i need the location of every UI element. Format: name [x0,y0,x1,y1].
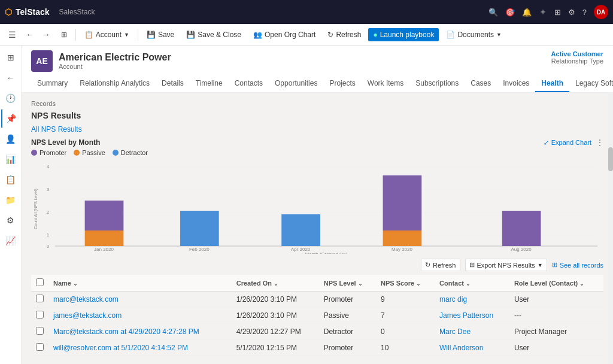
svg-text:2: 2 [47,210,50,215]
tab-invoices[interactable]: Invoices [497,75,535,92]
export-chevron-icon: ▼ [538,262,543,268]
td-checkbox [31,324,48,340]
row-checkbox[interactable] [36,343,44,351]
status-type-label: Relationship Type [551,57,603,65]
th-nps-score[interactable]: NPS Score ⌄ [376,275,435,292]
tab-relationship-analytics[interactable]: Relationship Analytics [74,75,156,92]
th-nps-level[interactable]: NPS Level ⌄ [319,275,376,292]
filter-icon[interactable]: ⊞ [554,8,561,17]
row-name-link[interactable]: marc@tekstack.com [53,295,119,304]
chart-title: NPS Level by Month [31,138,100,147]
plus-icon[interactable]: ＋ [539,7,547,17]
chart-legend: Promoter Passive Detractor [31,149,603,156]
tab-opportunities[interactable]: Opportunities [269,75,323,92]
tab-timeline[interactable]: Timeline [190,75,229,92]
td-role-level: --- [509,308,603,324]
refresh-nps-btn[interactable]: ↻ Refresh [421,259,460,271]
sidebar-bookmark-icon[interactable]: 📌 [1,109,20,128]
tab-projects[interactable]: Projects [323,75,361,92]
table-row: Marc@tekstack.com at 4/29/2020 4:27:28 P… [31,324,603,340]
sidebar-folder-icon[interactable]: 📁 [1,190,20,210]
tab-summary[interactable]: Summary [31,75,74,92]
svg-text:4: 4 [47,164,50,169]
scrollbar-thumb[interactable] [608,147,613,171]
row-name-link[interactable]: james@tekstack.com [53,311,122,320]
th-contact[interactable]: Contact ⌄ [435,275,509,292]
sidebar-nav-icon[interactable]: ← [1,68,20,87]
status-badge: Active Customer [551,50,603,57]
nps-table-body: marc@tekstack.com 1/26/2020 3:10 PM Prom… [31,292,603,356]
first-page-btn[interactable]: « [536,360,549,364]
tab-subscriptions[interactable]: Subscriptions [409,75,465,92]
next-page-btn[interactable]: › [590,360,603,364]
sidebar-home-icon[interactable]: ⊞ [1,48,20,67]
hamburger-btn[interactable]: ☰ [5,28,20,42]
passive-dot [74,150,80,156]
toolbar: ☰ ← → ⊞ 📋 Account ▼ 💾 Save 💾 Save & Clos… [0,24,613,46]
sidebar-trending-icon[interactable]: 📈 [1,231,20,250]
account-btn[interactable]: 📋 Account ▼ [80,28,134,41]
back-btn[interactable]: ← [22,28,37,41]
account-avatar: AE [31,50,53,72]
prev-page-btn[interactable]: ‹ [551,360,565,364]
expand-chart-btn[interactable]: ⤢ Expand Chart [544,139,591,147]
sidebar-person-icon[interactable]: 👤 [1,129,20,148]
target-icon[interactable]: 🎯 [505,8,515,17]
sidebar-chart-icon[interactable]: 📊 [1,150,20,169]
sidebar-list-icon[interactable]: 📋 [1,170,20,189]
documents-btn[interactable]: 📄 Documents ▼ [441,28,506,41]
grid-icon: ⊞ [61,31,67,39]
nps-filter[interactable]: All NPS Results [31,125,603,134]
contact-link[interactable]: James Patterson [439,311,493,320]
th-created-on[interactable]: Created On ⌄ [232,275,319,292]
contact-link[interactable]: Marc Dee [439,327,471,336]
grid-view-btn[interactable]: ⊞ [56,28,72,41]
tab-details[interactable]: Details [156,75,190,92]
records-label: Records [31,100,603,107]
select-all-checkbox[interactable] [36,278,44,286]
open-org-btn[interactable]: 👥 Open Org Chart [248,28,320,41]
tab-bar: Summary Relationship Analytics Details T… [31,75,603,92]
save-toolbar-btn[interactable]: 💾 Save [142,28,179,41]
refresh-toolbar-btn[interactable]: ↻ Refresh [323,28,366,41]
td-nps-score: 10 [376,340,435,356]
legend-detractor: Detractor [113,149,148,156]
contact-link[interactable]: marc dig [439,295,467,304]
app-name: SalesStack [59,8,95,16]
tab-cases[interactable]: Cases [465,75,497,92]
row-name-link[interactable]: will@resolver.com at 5/1/2020 4:14:52 PM [53,344,188,352]
sidebar-settings-icon[interactable]: ⚙ [1,211,20,230]
brand-logo: ⬡ TelStack [5,7,50,17]
tab-work-items[interactable]: Work Items [362,75,409,92]
more-options-icon[interactable]: ⋮ [596,138,603,147]
row-checkbox[interactable] [36,327,44,335]
user-avatar[interactable]: DA [594,5,608,19]
scrollbar-track[interactable] [608,93,613,364]
sidebar-recent-icon[interactable]: 🕐 [1,89,20,108]
forward-btn[interactable]: → [38,28,53,41]
see-all-records-btn[interactable]: ⊞ See all records [552,261,603,269]
search-icon[interactable]: 🔍 [488,8,498,17]
th-name[interactable]: Name ⌄ [48,275,232,292]
nps-section: Records NPS Results All NPS Results NPS … [22,93,613,364]
nav-arrows: ← → [22,28,54,41]
tab-legacy-software[interactable]: Legacy Software [569,75,613,92]
row-checkbox[interactable] [36,311,44,318]
contact-link[interactable]: Will Anderson [439,344,483,352]
row-checkbox[interactable] [36,295,44,302]
main-layout: ⊞ ← 🕐 📌 👤 📊 📋 📁 ⚙ 📈 AE American Electric… [0,46,613,364]
tab-health[interactable]: Health [535,75,569,92]
logo-icon: ⬡ [5,7,12,17]
tab-contacts[interactable]: Contacts [229,75,269,92]
detractor-dot [113,150,119,156]
separator2 [138,29,138,41]
launch-playbook-btn[interactable]: ● Launch playbook [368,28,439,41]
save-close-btn[interactable]: 💾 Save & Close [181,28,246,41]
export-nps-btn[interactable]: ⊞ Export NPS Results ▼ [465,259,547,271]
th-role-level[interactable]: Role Level (Contact) ⌄ [509,275,603,292]
settings-icon[interactable]: ⚙ [568,8,575,17]
bar-may-passive [383,230,422,246]
bell-icon[interactable]: 🔔 [522,8,532,17]
row-name-link[interactable]: Marc@tekstack.com at 4/29/2020 4:27:28 P… [53,327,199,336]
help-icon[interactable]: ? [582,8,587,17]
